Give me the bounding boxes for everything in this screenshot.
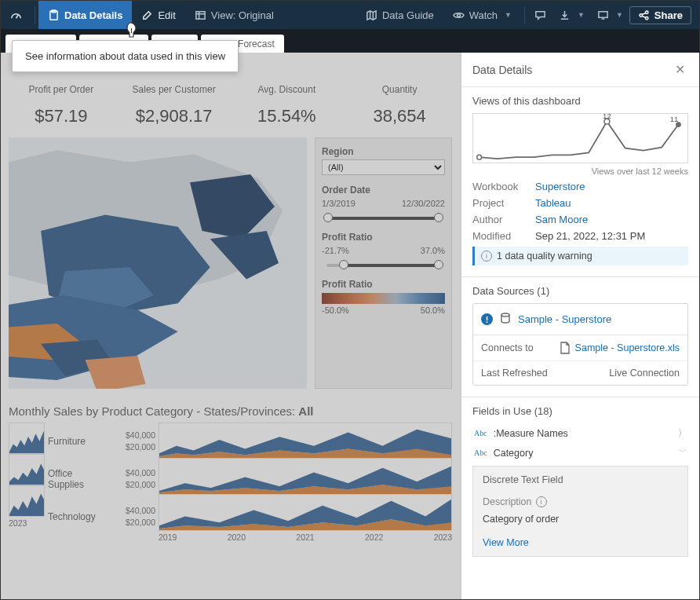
pr-max: 37.0%	[421, 246, 445, 255]
view-more-link[interactable]: View More	[483, 537, 678, 548]
kpi-value: 15.54%	[235, 106, 340, 126]
download-icon	[559, 9, 571, 21]
panel-title: Data Details	[472, 64, 532, 76]
profit-ratio-slider[interactable]	[323, 258, 443, 271]
kpi-value: 38,654	[347, 106, 452, 126]
spark-office	[9, 454, 45, 485]
area-chart-technology[interactable]	[159, 495, 452, 531]
ytick: $40,000	[126, 505, 155, 517]
legend-min: -50.0%	[322, 305, 349, 315]
cat-office-supplies[interactable]: Office Supplies	[48, 460, 109, 498]
area-chart-office[interactable]	[159, 459, 452, 495]
date-end: 12/30/2022	[402, 199, 445, 208]
file-icon	[560, 342, 571, 354]
ytick: $40,000	[126, 467, 155, 479]
share-button[interactable]: Share	[629, 6, 691, 24]
comment-icon	[534, 9, 546, 21]
last-refreshed-label: Last Refreshed	[481, 368, 548, 379]
connects-to-link[interactable]: Sample - Superstore.xls	[575, 342, 680, 353]
map-icon	[366, 9, 377, 21]
download-button[interactable]: ▼	[552, 1, 591, 29]
chevron-down-icon: ▼	[578, 11, 585, 19]
ytick: $20,000	[126, 479, 155, 491]
monthly-sales-grid: 2023 Furniture Office Supplies Technolog…	[1, 423, 460, 548]
chevron-down-icon: ▼	[505, 11, 512, 19]
region-select[interactable]: (All)	[322, 159, 445, 175]
kpi-value: $57.19	[9, 106, 114, 126]
data-details-tooltip: See information about data used in this …	[12, 40, 239, 72]
chevron-right-icon: 〉	[678, 427, 687, 439]
project-link[interactable]: Tableau	[535, 197, 571, 209]
profit-ratio-legend	[322, 293, 445, 304]
field-measure-names[interactable]: Abc :Measure Names 〉	[472, 423, 688, 443]
kpi-label: Quantity	[347, 84, 452, 95]
field-description: Category of order	[483, 514, 678, 525]
kpi-sales-per-customer: Sales per Customer $2,908.17	[122, 84, 227, 126]
gauge-icon	[10, 9, 22, 21]
kpi-quantity: Quantity 38,654	[347, 84, 452, 126]
meta-key: Workbook	[472, 181, 521, 192]
monitor-icon	[597, 9, 609, 21]
area-chart-furniture[interactable]	[159, 423, 452, 459]
cat-technology[interactable]: Technology	[48, 498, 109, 536]
svg-point-7	[645, 16, 647, 19]
close-icon[interactable]: ✕	[672, 60, 688, 79]
workbook-link[interactable]: Superstore	[535, 181, 585, 192]
legend-max: 50.0%	[421, 305, 445, 315]
kpi-label: Sales per Customer	[122, 84, 227, 95]
pr-min: -21.7%	[322, 246, 349, 255]
watch-button[interactable]: Watch ▼	[443, 1, 521, 29]
author-link[interactable]: Sam Moore	[535, 214, 588, 225]
field-label: Category	[494, 448, 534, 459]
data-sources-title: Data Sources (1)	[472, 285, 688, 297]
sheets-icon	[195, 9, 206, 21]
pencil-icon	[141, 9, 153, 21]
edit-label: Edit	[158, 9, 175, 21]
view-select[interactable]: View: Original	[185, 1, 283, 29]
data-details-panel: Data Details ✕ Views of this dashboard 1…	[460, 53, 699, 599]
connects-to-label: Connects to	[481, 342, 534, 353]
monthly-sales-title: Monthly Sales by Product Category - Stat…	[1, 389, 460, 423]
spark-furniture	[9, 423, 45, 454]
abc-icon: Abc	[474, 448, 487, 457]
data-guide-label: Data Guide	[382, 9, 434, 21]
data-details-label: Data Details	[64, 9, 122, 21]
xtick: 2019	[159, 532, 177, 542]
data-guide-button[interactable]: Data Guide	[356, 1, 443, 29]
field-category[interactable]: Abc Category 〉	[472, 443, 688, 463]
dq-text: 1 data quality warning	[497, 251, 592, 262]
ytick: $40,000	[126, 430, 155, 441]
fields-title: Fields in Use (18)	[472, 405, 688, 417]
devices-button[interactable]: ▼	[591, 1, 629, 29]
performance-button[interactable]	[1, 1, 31, 29]
last-refreshed-value: Live Connection	[609, 368, 680, 379]
profit-ratio-map[interactable]	[9, 137, 307, 389]
data-source-link[interactable]: Sample - Superstore	[518, 313, 611, 325]
warning-badge-icon: !	[481, 313, 493, 325]
comments-button[interactable]	[528, 1, 552, 29]
info-icon[interactable]: i	[536, 496, 547, 507]
kpi-avg-discount: Avg. Discount 15.54%	[235, 84, 340, 126]
svg-rect-4	[599, 11, 607, 17]
field-type: Discrete Text Field	[483, 474, 678, 485]
dashboard: Profit per Order $57.19 Sales per Custom…	[1, 53, 460, 599]
svg-text:11: 11	[670, 115, 679, 123]
cat-furniture[interactable]: Furniture	[48, 423, 109, 460]
ytick: $20,000	[126, 517, 155, 529]
cursor-icon	[126, 21, 140, 42]
data-details-button[interactable]: Data Details	[38, 1, 132, 29]
svg-text:0: 0	[481, 160, 485, 163]
views-subtitle: Views of this dashboard	[472, 95, 688, 107]
svg-point-24	[501, 313, 509, 316]
abc-icon: Abc	[474, 429, 487, 437]
order-date-slider[interactable]	[323, 211, 443, 224]
data-quality-warning[interactable]: i 1 data quality warning	[472, 247, 688, 265]
xtick: 2023	[9, 518, 27, 528]
view-label: View: Original	[211, 9, 274, 21]
meta-key: Modified	[472, 230, 521, 242]
svg-marker-11	[9, 494, 44, 517]
description-label: Description	[483, 496, 532, 507]
svg-point-5	[640, 13, 642, 16]
chevron-down-icon: ▼	[616, 11, 623, 19]
workspace: Profit per Order $57.19 Sales per Custom…	[1, 53, 699, 599]
